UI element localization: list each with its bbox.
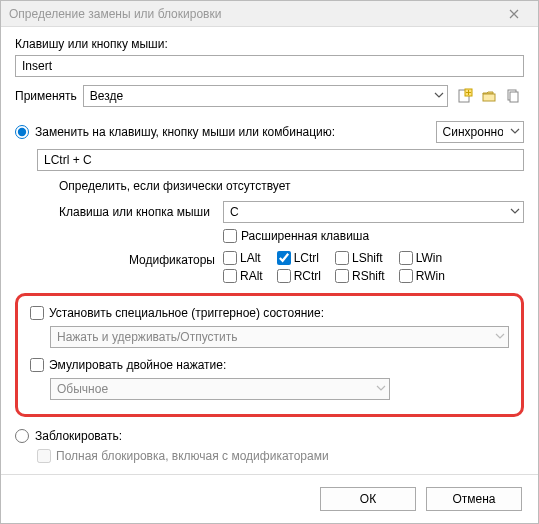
combo-input[interactable] (37, 149, 524, 171)
double-checkbox[interactable] (30, 358, 44, 372)
mod-lalt-label: LAlt (240, 251, 261, 265)
mod-rctrl-checkbox[interactable] (277, 269, 291, 283)
close-button[interactable] (494, 3, 534, 25)
key-input[interactable] (15, 55, 524, 77)
mod-ralt-label: RAlt (240, 269, 263, 283)
mod-rshift-label: RShift (352, 269, 385, 283)
highlighted-section: Установить специальное (триггерное) сост… (15, 293, 524, 417)
titlebar: Определение замены или блокировки (1, 1, 538, 27)
trigger-select[interactable] (50, 326, 509, 348)
replace-radio[interactable] (15, 125, 29, 139)
fullblock-label: Полная блокировка, включая с модификатор… (56, 449, 329, 463)
mod-lctrl-label: LCtrl (294, 251, 319, 265)
mod-ralt-checkbox[interactable] (223, 269, 237, 283)
dialog-window: Определение замены или блокировки Клавиш… (0, 0, 539, 524)
mod-lwin-checkbox[interactable] (399, 251, 413, 265)
mod-rctrl-label: RCtrl (294, 269, 321, 283)
new-icon[interactable] (454, 85, 476, 107)
double-label: Эмулировать двойное нажатие: (49, 358, 226, 372)
extended-label: Расширенная клавиша (241, 229, 369, 243)
folder-icon[interactable] (478, 85, 500, 107)
mod-lshift-label: LShift (352, 251, 383, 265)
trigger-checkbox[interactable] (30, 306, 44, 320)
trigger-label: Установить специальное (триггерное) сост… (49, 306, 324, 320)
copy-icon[interactable] (502, 85, 524, 107)
close-icon (509, 9, 519, 19)
key-label: Клавишу или кнопку мыши: (15, 37, 524, 51)
phys-key-select[interactable] (223, 201, 524, 223)
window-title: Определение замены или блокировки (9, 7, 221, 21)
mod-lalt-checkbox[interactable] (223, 251, 237, 265)
phys-key-label: Клавиша или кнопка мыши (59, 205, 215, 219)
mod-rwin-checkbox[interactable] (399, 269, 413, 283)
svg-rect-2 (483, 94, 495, 101)
content: Клавишу или кнопку мыши: Применять Замен… (1, 27, 538, 474)
mod-lctrl-checkbox[interactable] (277, 251, 291, 265)
sync-select[interactable] (436, 121, 524, 143)
apply-select[interactable] (83, 85, 448, 107)
block-label: Заблокировать: (35, 429, 122, 443)
apply-label: Применять (15, 89, 77, 103)
mod-lwin-label: LWin (416, 251, 442, 265)
double-select[interactable] (50, 378, 390, 400)
define-absent-label: Определить, если физически отсутствует (59, 179, 290, 193)
svg-rect-4 (510, 92, 518, 102)
replace-label: Заменить на клавишу, кнопку мыши или ком… (35, 125, 335, 139)
button-row: ОК Отмена (1, 474, 538, 523)
mod-lshift-checkbox[interactable] (335, 251, 349, 265)
modifiers-label: Модификаторы (59, 251, 215, 267)
mod-rshift-checkbox[interactable] (335, 269, 349, 283)
extended-checkbox[interactable] (223, 229, 237, 243)
cancel-button[interactable]: Отмена (426, 487, 522, 511)
mod-rwin-label: RWin (416, 269, 445, 283)
ok-button[interactable]: ОК (320, 487, 416, 511)
fullblock-checkbox (37, 449, 51, 463)
block-radio[interactable] (15, 429, 29, 443)
